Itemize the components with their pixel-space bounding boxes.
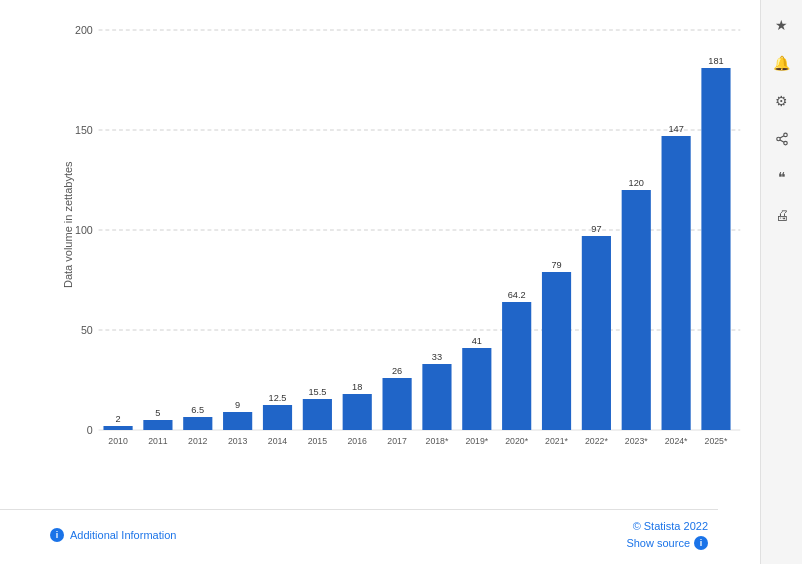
info-icon: i [50,528,64,542]
svg-rect-25 [303,399,332,430]
svg-text:2013: 2013 [228,436,248,446]
svg-text:2011: 2011 [148,436,168,446]
svg-text:18: 18 [352,382,362,392]
svg-text:6.5: 6.5 [191,405,204,415]
svg-rect-49 [622,190,651,430]
svg-text:120: 120 [629,178,644,188]
footer-right: © Statista 2022 Show source i [626,520,708,550]
svg-text:2014: 2014 [268,436,288,446]
svg-text:2022*: 2022* [585,436,608,446]
statista-label: © Statista 2022 [633,520,708,532]
svg-rect-55 [701,68,730,430]
svg-text:12.5: 12.5 [269,393,287,403]
svg-text:2025*: 2025* [705,436,728,446]
svg-text:2: 2 [115,414,120,424]
chart-area: Data volume in zettabytes 0 50 100 150 2… [0,0,760,564]
svg-text:9: 9 [235,400,240,410]
svg-point-60 [783,141,787,145]
svg-text:5: 5 [155,408,160,418]
share-icon[interactable] [767,124,797,154]
svg-text:2016: 2016 [348,436,368,446]
svg-text:0: 0 [87,424,93,436]
svg-rect-31 [383,378,412,430]
show-source-info-icon: i [694,536,708,550]
svg-text:15.5: 15.5 [308,387,326,397]
svg-text:2024*: 2024* [665,436,688,446]
svg-text:97: 97 [591,224,601,234]
chart-svg-container: 0 50 100 150 200 2 2010 5 2011 6.5 [50,20,750,450]
svg-line-61 [780,140,784,142]
svg-text:2020*: 2020* [505,436,528,446]
svg-text:2012: 2012 [188,436,208,446]
svg-text:33: 33 [432,352,442,362]
print-icon[interactable]: 🖨 [767,200,797,230]
svg-text:2010: 2010 [108,436,128,446]
bookmark-icon[interactable]: ★ [767,10,797,40]
additional-info-label: Additional Information [70,529,176,541]
main-container: Data volume in zettabytes 0 50 100 150 2… [0,0,802,564]
svg-text:2015: 2015 [308,436,328,446]
svg-text:147: 147 [668,124,683,134]
svg-text:2018*: 2018* [426,436,449,446]
svg-text:2023*: 2023* [625,436,648,446]
svg-text:2021*: 2021* [545,436,568,446]
sidebar: ★ 🔔 ⚙ ❝ 🖨 [760,0,802,564]
svg-rect-34 [422,364,451,430]
svg-rect-10 [103,426,132,430]
svg-rect-46 [582,236,611,430]
additional-info-button[interactable]: i Additional Information [50,528,176,542]
notification-icon[interactable]: 🔔 [767,48,797,78]
svg-rect-16 [183,417,212,430]
svg-text:2019*: 2019* [465,436,488,446]
svg-rect-43 [542,272,571,430]
settings-icon[interactable]: ⚙ [767,86,797,116]
svg-line-62 [780,136,784,138]
svg-text:181: 181 [708,56,723,66]
svg-point-59 [776,137,780,141]
svg-text:41: 41 [472,336,482,346]
svg-rect-52 [662,136,691,430]
svg-rect-37 [462,348,491,430]
svg-text:79: 79 [551,260,561,270]
show-source-label: Show source [626,537,690,549]
show-source-button[interactable]: Show source i [626,536,708,550]
svg-point-58 [783,133,787,137]
svg-text:26: 26 [392,366,402,376]
svg-text:64.2: 64.2 [508,290,526,300]
quote-icon[interactable]: ❝ [767,162,797,192]
svg-rect-13 [143,420,172,430]
svg-text:2017: 2017 [387,436,407,446]
svg-rect-40 [502,302,531,430]
footer-area: i Additional Information © Statista 2022… [0,509,718,564]
svg-text:200: 200 [75,24,93,36]
svg-text:50: 50 [81,324,93,336]
svg-rect-28 [343,394,372,430]
svg-rect-19 [223,412,252,430]
svg-rect-22 [263,405,292,430]
svg-text:100: 100 [75,224,93,236]
svg-text:150: 150 [75,124,93,136]
